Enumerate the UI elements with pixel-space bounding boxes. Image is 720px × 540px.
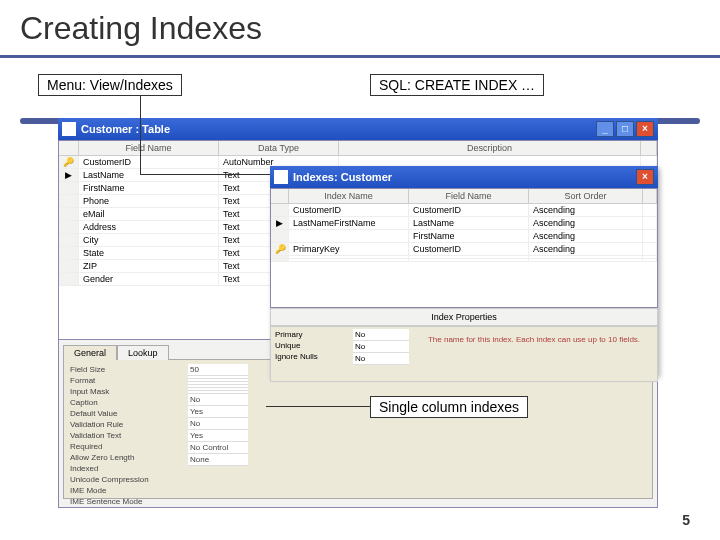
property-values[interactable]: 50NoYesNoYesNo ControlNone	[188, 364, 248, 494]
property-label: Format	[68, 375, 188, 386]
property-value[interactable]: No	[188, 394, 248, 406]
index-row[interactable]: 🔑 PrimaryKey CustomerID Ascending	[271, 243, 657, 256]
idx-field-cell[interactable]: CustomerID	[409, 243, 529, 255]
idx-scroll-gutter	[643, 217, 657, 229]
index-hint: The name for this index. Each index can …	[411, 327, 657, 381]
field-name-cell[interactable]: City	[79, 234, 219, 246]
row-selector[interactable]: 🔑	[59, 156, 79, 168]
idx-field-cell[interactable]: CustomerID	[409, 204, 529, 216]
property-value[interactable]: Yes	[188, 406, 248, 418]
property-label: Default Value	[68, 408, 188, 419]
idx-row-selector[interactable]	[271, 204, 289, 216]
idx-name-cell[interactable]: CustomerID	[289, 204, 409, 216]
field-name-cell[interactable]: FirstName	[79, 182, 219, 194]
property-value[interactable]: Yes	[188, 430, 248, 442]
idx-order-cell[interactable]: Ascending	[529, 243, 643, 255]
property-value[interactable]: 50	[188, 364, 248, 376]
idx-scroll-gutter	[643, 256, 657, 258]
field-name-cell[interactable]: State	[79, 247, 219, 259]
idx-order-cell[interactable]: Ascending	[529, 230, 643, 242]
idx-order-cell[interactable]	[529, 259, 643, 261]
tab-lookup[interactable]: Lookup	[117, 345, 169, 360]
property-labels: Field SizeFormatInput MaskCaptionDefault…	[68, 364, 188, 494]
idx-field-cell[interactable]	[409, 256, 529, 258]
index-prop-value[interactable]: No	[353, 341, 409, 353]
index-prop-values[interactable]: NoNoNo	[351, 327, 411, 381]
index-prop-label: Primary	[273, 329, 349, 340]
property-label: Allow Zero Length	[68, 452, 188, 463]
property-label: Indexed	[68, 463, 188, 474]
table-titlebar[interactable]: Customer : Table _ □ ×	[58, 118, 658, 140]
row-selector[interactable]	[59, 247, 79, 259]
field-name-cell[interactable]: Gender	[79, 273, 219, 285]
row-selector[interactable]	[59, 182, 79, 194]
row-selector[interactable]	[59, 208, 79, 220]
field-name-cell[interactable]: eMail	[79, 208, 219, 220]
slide-title: Creating Indexes	[0, 0, 720, 55]
close-button[interactable]: ×	[636, 121, 654, 137]
row-selector[interactable]	[59, 260, 79, 272]
idx-name-cell[interactable]	[289, 256, 409, 258]
index-prop-value[interactable]: No	[353, 329, 409, 341]
index-prop-label: Unique	[273, 340, 349, 351]
index-row[interactable]: ▶ LastNameFirstName LastName Ascending	[271, 217, 657, 230]
property-value[interactable]: None	[188, 454, 248, 466]
row-selector[interactable]	[59, 273, 79, 285]
property-value[interactable]: No	[188, 418, 248, 430]
idx-field-cell[interactable]: FirstName	[409, 230, 529, 242]
field-name-cell[interactable]: Address	[79, 221, 219, 233]
idx-scroll-gutter	[643, 230, 657, 242]
idx-row-selector[interactable]	[271, 259, 289, 261]
idx-name-cell[interactable]	[289, 259, 409, 261]
table-title: Customer : Table	[81, 123, 170, 135]
indexes-grid[interactable]: Index Name Field Name Sort Order Custome…	[270, 188, 658, 308]
row-selector[interactable]	[59, 221, 79, 233]
index-row[interactable]: CustomerID CustomerID Ascending	[271, 204, 657, 217]
row-selector[interactable]	[59, 195, 79, 207]
field-name-cell[interactable]: ZIP	[79, 260, 219, 272]
indexes-titlebar[interactable]: Indexes: Customer ×	[270, 166, 658, 188]
idx-order-cell[interactable]: Ascending	[529, 204, 643, 216]
field-name-cell[interactable]: LastName	[79, 169, 219, 181]
idx-scroll-gutter	[643, 259, 657, 261]
idx-row-selector[interactable]: 🔑	[271, 243, 289, 255]
index-row[interactable]: FirstName Ascending	[271, 230, 657, 243]
idx-field-cell[interactable]: LastName	[409, 217, 529, 229]
idx-scroll-gutter	[643, 243, 657, 255]
idx-order-cell[interactable]	[529, 256, 643, 258]
table-icon	[62, 122, 76, 136]
index-prop-value[interactable]: No	[353, 353, 409, 365]
tab-general[interactable]: General	[63, 345, 117, 360]
property-value[interactable]: No Control	[188, 442, 248, 454]
minimize-button[interactable]: _	[596, 121, 614, 137]
scroll-header	[641, 141, 657, 155]
property-label: Validation Rule	[68, 419, 188, 430]
idx-name-cell[interactable]	[289, 230, 409, 242]
index-properties-label: Index Properties	[270, 308, 658, 326]
idx-name-cell[interactable]: LastNameFirstName	[289, 217, 409, 229]
row-selector[interactable]: ▶	[59, 169, 79, 181]
indexes-close-button[interactable]: ×	[636, 169, 654, 185]
field-name-cell[interactable]: Phone	[79, 195, 219, 207]
idx-row-selector[interactable]	[271, 256, 289, 258]
indexes-icon	[274, 170, 288, 184]
property-label: Validation Text	[68, 430, 188, 441]
idx-field-cell[interactable]	[409, 259, 529, 261]
idx-scroll-header	[643, 189, 657, 204]
indexes-window: Indexes: Customer × Index Name Field Nam…	[270, 166, 658, 376]
description-header: Description	[339, 141, 641, 155]
idx-name-header: Index Name	[289, 189, 409, 204]
property-label: Required	[68, 441, 188, 452]
property-label: Field Size	[68, 364, 188, 375]
idx-row-selector[interactable]	[271, 230, 289, 242]
field-name-cell[interactable]: CustomerID	[79, 156, 219, 168]
row-selector[interactable]	[59, 234, 79, 246]
idx-row-selector-header	[271, 189, 289, 204]
index-row[interactable]	[271, 259, 657, 262]
idx-name-cell[interactable]: PrimaryKey	[289, 243, 409, 255]
idx-order-cell[interactable]: Ascending	[529, 217, 643, 229]
property-hint: A field name can be up to 64 characters …	[248, 364, 648, 494]
maximize-button[interactable]: □	[616, 121, 634, 137]
idx-row-selector[interactable]: ▶	[271, 217, 289, 229]
indexes-title: Indexes: Customer	[293, 171, 392, 183]
